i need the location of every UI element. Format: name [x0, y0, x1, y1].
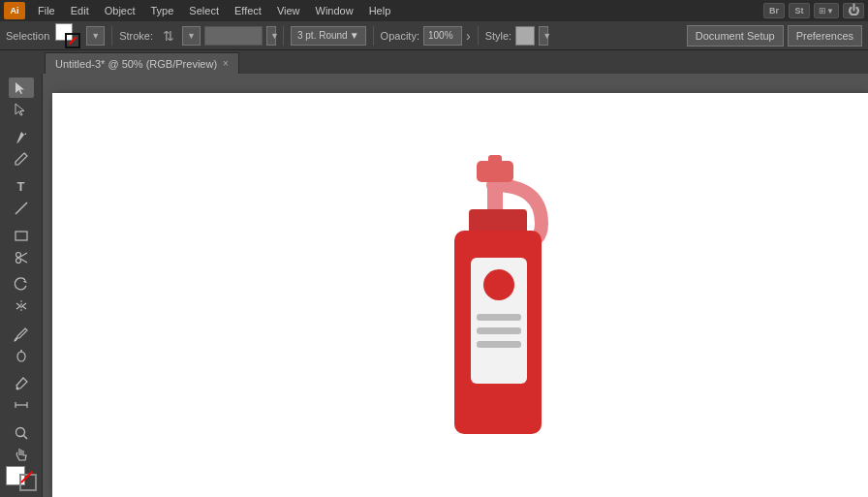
pencil-tool[interactable] — [9, 148, 34, 169]
stroke-label: Stroke: — [119, 30, 153, 42]
svg-point-13 — [16, 427, 24, 436]
tab-title: Untitled-3* @ 50% (RGB/Preview) — [55, 58, 217, 70]
menu-effect[interactable]: Effect — [228, 3, 268, 18]
stroke-swatch[interactable] — [65, 33, 80, 48]
svg-point-3 — [16, 258, 20, 263]
stroke-weight-round[interactable]: 3 pt. Round ▼ — [291, 26, 366, 46]
left-toolbar: T — [0, 74, 43, 497]
direct-selection-tool[interactable] — [9, 99, 34, 119]
svg-rect-23 — [477, 327, 521, 334]
menu-bar: Ai File Edit Object Type Select Effect V… — [0, 0, 868, 21]
menu-edit[interactable]: Edit — [64, 3, 96, 18]
pen-tool[interactable] — [9, 127, 34, 147]
style-swatch[interactable] — [515, 26, 535, 46]
bridge-btn[interactable]: Br — [763, 3, 785, 18]
svg-line-0 — [16, 202, 27, 214]
reflect-tool[interactable] — [9, 296, 34, 317]
stroke-weight-field[interactable] — [204, 26, 263, 46]
eyedropper-tool[interactable] — [9, 373, 34, 393]
line-tool[interactable] — [9, 198, 34, 218]
sep1 — [111, 26, 112, 46]
menu-view[interactable]: View — [270, 3, 307, 18]
paintbrush-tool[interactable] — [9, 324, 34, 344]
sep4 — [478, 26, 479, 46]
zoom-tool[interactable] — [9, 422, 34, 443]
stroke-weight-value: 3 pt. Round — [297, 30, 348, 41]
rotate-tool[interactable] — [9, 274, 34, 295]
blob-brush-tool[interactable] — [9, 346, 34, 366]
svg-rect-17 — [488, 155, 502, 167]
hand-tool[interactable] — [9, 444, 34, 464]
style-dropdown[interactable]: ▼ — [539, 26, 548, 46]
stock-btn[interactable]: St — [789, 3, 810, 18]
scissors-tool[interactable] — [9, 247, 34, 267]
sep3 — [373, 26, 374, 46]
stroke-color-swatch[interactable] — [19, 474, 37, 491]
svg-point-21 — [483, 269, 514, 300]
fill-stroke-swatches[interactable] — [55, 23, 80, 48]
svg-rect-24 — [477, 341, 521, 348]
canvas-area — [43, 74, 868, 497]
selection-label: Selection — [6, 30, 49, 42]
stroke-options[interactable]: ▼ — [182, 26, 201, 46]
stroke-weight-arrow: ▼ — [350, 30, 359, 41]
rectangle-tool[interactable] — [9, 225, 34, 245]
svg-point-7 — [17, 352, 25, 361]
svg-line-14 — [23, 435, 27, 439]
workspace-switcher[interactable]: ⊞▼ — [814, 3, 839, 18]
illustration — [401, 151, 595, 451]
fill-options[interactable]: ▼ — [86, 26, 105, 46]
tab-close-button[interactable]: × — [223, 58, 229, 69]
menu-object[interactable]: Object — [98, 3, 142, 18]
selection-tool[interactable] — [9, 78, 34, 98]
opacity-field[interactable]: 100% — [423, 26, 462, 46]
svg-point-9 — [16, 387, 18, 389]
sync-btn[interactable]: ⏻ — [843, 3, 864, 18]
document-canvas[interactable] — [52, 93, 868, 497]
menu-type[interactable]: Type — [144, 3, 181, 18]
type-tool[interactable]: T — [9, 176, 34, 197]
svg-point-2 — [16, 252, 20, 257]
main-layout: T — [0, 74, 868, 497]
sep2 — [283, 26, 284, 46]
ai-logo: Ai — [4, 2, 25, 19]
menu-window[interactable]: Window — [309, 3, 360, 18]
menu-help[interactable]: Help — [362, 3, 398, 18]
document-setup-button[interactable]: Document Setup — [687, 25, 784, 47]
menu-select[interactable]: Select — [182, 3, 226, 18]
control-toolbar: Selection ▼ Stroke: ⇅ ▼ ▼ 3 pt. Round ▼ … — [0, 21, 868, 50]
tab-bar: Untitled-3* @ 50% (RGB/Preview) × — [0, 50, 868, 74]
document-tab[interactable]: Untitled-3* @ 50% (RGB/Preview) × — [45, 52, 239, 74]
opacity-arrow[interactable]: › — [466, 26, 471, 46]
opacity-label: Opacity: — [381, 30, 419, 42]
stroke-icon: ⇅ — [159, 26, 178, 46]
menu-file[interactable]: File — [31, 3, 62, 18]
measure-tool[interactable] — [9, 394, 34, 415]
bottom-swatches — [6, 466, 37, 491]
svg-rect-22 — [477, 314, 521, 321]
menu-right: Br St ⊞▼ ⏻ — [763, 3, 864, 18]
style-label: Style: — [485, 30, 512, 42]
preferences-button[interactable]: Preferences — [788, 25, 862, 47]
svg-rect-1 — [16, 232, 27, 240]
stroke-weight-dropdown[interactable]: ▼ — [266, 26, 276, 46]
